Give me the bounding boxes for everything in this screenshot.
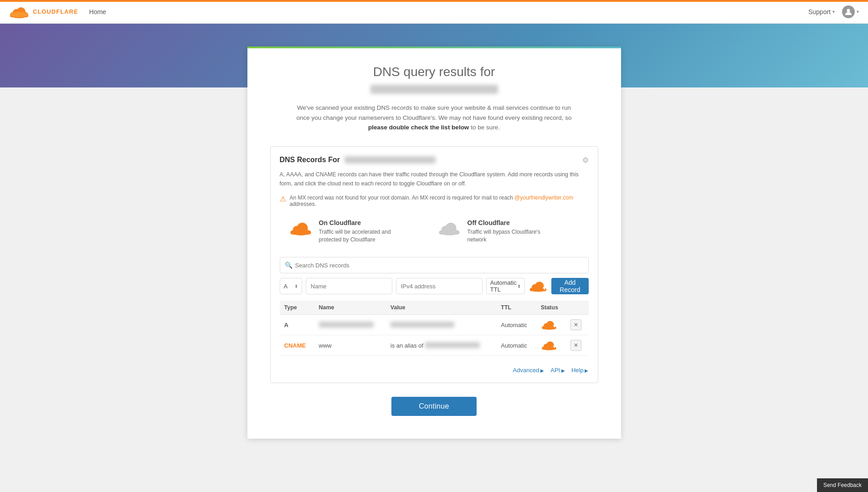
record-name-cell <box>314 315 386 335</box>
record-name-blurred <box>319 322 374 328</box>
desc-end: to be sure. <box>469 124 500 131</box>
type-select-value: A <box>284 283 288 290</box>
user-avatar <box>842 5 855 18</box>
help-link[interactable]: Help <box>571 367 589 374</box>
type-cname-label: CNAME <box>284 342 306 349</box>
mx-warning: ⚠ An MX record was not found for your ro… <box>280 195 589 207</box>
warning-text-content: An MX record was not found for your root… <box>290 195 513 201</box>
svg-point-4 <box>10 12 28 17</box>
dns-box-domain-blurred <box>344 156 436 164</box>
send-feedback-button[interactable]: Send Feedback <box>817 478 868 492</box>
api-link[interactable]: API <box>550 367 565 374</box>
user-chevron: ▾ <box>857 9 859 14</box>
record-value-input[interactable] <box>396 278 483 294</box>
type-select[interactable]: A ⬍ <box>280 278 302 294</box>
domain-blurred <box>370 85 498 94</box>
continue-button[interactable]: Continue <box>391 397 476 416</box>
dns-search-bar: 🔍 <box>280 257 589 273</box>
delete-record-button-2[interactable]: ✕ <box>570 340 581 351</box>
support-label: Support <box>808 8 831 15</box>
status-cloud <box>541 320 561 330</box>
search-icon: 🔍 <box>285 261 293 269</box>
warning-text: An MX record was not found for your root… <box>290 195 589 207</box>
status-cloud-cname <box>541 340 561 350</box>
col-type: Type <box>280 301 314 315</box>
navbar: CLOUDFLARE Home Support ▾ ▾ <box>0 0 868 24</box>
off-cloudflare-legend: Off Cloudflare Traffic will bypass Cloud… <box>437 219 559 244</box>
navbar-right: Support ▾ ▾ <box>808 5 859 18</box>
page-title: DNS query results for <box>270 65 598 79</box>
record-value-cell <box>386 315 496 335</box>
svg-rect-9 <box>290 231 311 235</box>
user-menu[interactable]: ▾ <box>842 5 859 18</box>
support-nav-link[interactable]: Support ▾ <box>808 8 835 15</box>
dns-info-text-content: A, AAAA, and CNAME records can have thei… <box>280 171 579 187</box>
cloud-toggle-btn[interactable] <box>529 278 548 294</box>
card-description: We've scanned your existing DNS records … <box>270 103 598 133</box>
type-select-chevron: ⬍ <box>294 284 298 289</box>
col-action <box>566 301 588 315</box>
status-cloud-orange-icon-2[interactable] <box>541 340 557 350</box>
record-status-cell <box>536 335 566 356</box>
record-name-cell: www <box>314 335 386 356</box>
desc-bold: please double check the list below <box>368 124 469 131</box>
main-card: DNS query results for We've scanned your… <box>247 46 621 439</box>
status-cloud-orange-icon[interactable] <box>541 320 557 330</box>
person-icon <box>845 8 852 15</box>
col-status: Status <box>536 301 566 315</box>
cloudflare-logo-icon <box>9 5 29 18</box>
dns-search-input[interactable] <box>295 262 584 269</box>
warning-end: addresses. <box>290 201 317 207</box>
delete-record-button[interactable]: ✕ <box>570 319 581 330</box>
on-cf-title: On Cloudflare <box>319 219 410 226</box>
add-record-row: A ⬍ Automatic TTL ⬍ <box>280 278 589 294</box>
home-nav-link[interactable]: Home <box>89 8 106 15</box>
warning-email-link[interactable]: @yourfriendlywriter.com <box>514 195 573 201</box>
main-content: DNS query results for We've scanned your… <box>0 87 868 492</box>
dns-box-title-text: DNS Records For <box>280 156 340 164</box>
on-cloudflare-icon <box>289 221 313 236</box>
add-record-button[interactable]: Add Record <box>551 278 588 294</box>
logo-text: CLOUDFLARE <box>33 8 78 15</box>
record-type-a: A <box>280 315 314 335</box>
cloud-orange-mini-icon <box>529 280 548 292</box>
ttl-value: Automatic TTL <box>490 279 518 293</box>
support-chevron: ▾ <box>832 9 835 14</box>
off-cloudflare-text: Off Cloudflare Traffic will bypass Cloud… <box>467 219 559 244</box>
advanced-link[interactable]: Advanced <box>513 367 544 374</box>
on-cloudflare-text: On Cloudflare Traffic will be accelerate… <box>319 219 410 244</box>
off-cloudflare-icon <box>437 221 461 236</box>
col-name: Name <box>314 301 386 315</box>
cf-legend: On Cloudflare Traffic will be accelerate… <box>280 215 589 248</box>
table-row: A Automatic <box>280 315 589 335</box>
orange-top-bar <box>0 0 868 2</box>
on-cf-desc: Traffic will be accelerated and protecte… <box>319 228 410 244</box>
col-value: Value <box>386 301 496 315</box>
navbar-left: CLOUDFLARE Home <box>9 5 106 18</box>
record-delete-cell-2: ✕ <box>566 335 588 356</box>
dns-box-header: DNS Records For ⚙ <box>280 156 589 164</box>
ttl-chevron: ⬍ <box>517 284 521 289</box>
card-domain <box>270 85 598 94</box>
record-name-input[interactable] <box>306 278 392 294</box>
record-status-cell <box>536 315 566 335</box>
desc-line1: We've scanned your existing DNS records … <box>297 104 571 111</box>
dns-records-box: DNS Records For ⚙ A, AAAA, and CNAME rec… <box>270 146 598 384</box>
ttl-select[interactable]: Automatic TTL ⬍ <box>486 278 525 294</box>
continue-section: Continue <box>270 397 598 416</box>
dns-info-text: A, AAAA, and CNAME records can have thei… <box>280 170 589 188</box>
dns-records-table: Type Name Value TTL Status A <box>280 301 589 356</box>
alias-prefix: is an alias of <box>390 342 425 349</box>
svg-rect-14 <box>439 231 459 235</box>
record-ttl-cell: Automatic <box>496 335 536 356</box>
on-cloudflare-legend: On Cloudflare Traffic will be accelerate… <box>289 219 410 244</box>
svg-point-5 <box>847 9 850 12</box>
dns-box-settings-icon[interactable]: ⚙ <box>582 156 589 164</box>
col-ttl: TTL <box>496 301 536 315</box>
record-value-cell: is an alias of <box>386 335 496 356</box>
record-ttl-cell: Automatic <box>496 315 536 335</box>
page-title-text: DNS query results for <box>373 65 495 79</box>
dns-footer: Advanced API Help <box>280 362 589 374</box>
record-type-cname: CNAME <box>280 335 314 356</box>
dns-table-header: Type Name Value TTL Status <box>280 301 589 315</box>
